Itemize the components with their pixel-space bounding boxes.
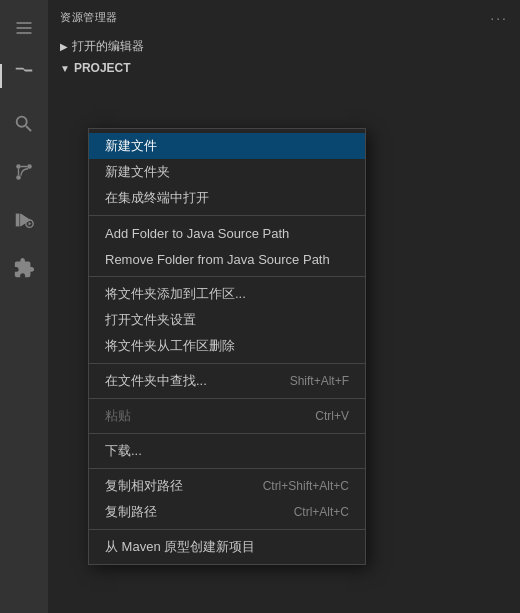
sidebar [0, 0, 48, 613]
context-menu: 新建文件新建文件夹在集成终端中打开Add Folder to Java Sour… [88, 128, 366, 565]
search-icon[interactable] [0, 100, 48, 148]
menu-item-remove-java-src[interactable]: Remove Folder from Java Source Path [89, 246, 365, 272]
menu-item-label-add-java-src: Add Folder to Java Source Path [105, 226, 289, 241]
open-editors-row[interactable]: ▶ 打开的编辑器 [48, 35, 520, 57]
menu-item-copy-relative[interactable]: 复制相对路径Ctrl+Shift+Alt+C [89, 473, 365, 499]
open-editors-label: 打开的编辑器 [72, 38, 144, 55]
project-label: PROJECT [74, 61, 131, 75]
menu-item-label-create-maven: 从 Maven 原型创建新项目 [105, 538, 255, 556]
menu-item-create-maven[interactable]: 从 Maven 原型创建新项目 [89, 534, 365, 560]
menu-separator [89, 468, 365, 469]
menu-icon[interactable] [0, 4, 48, 52]
menu-item-label-folder-settings: 打开文件夹设置 [105, 311, 196, 329]
menu-item-new-file[interactable]: 新建文件 [89, 133, 365, 159]
explorer-title: 资源管理器 [60, 10, 118, 25]
svg-point-3 [16, 175, 21, 180]
svg-rect-0 [17, 22, 32, 24]
menu-item-download[interactable]: 下载... [89, 438, 365, 464]
menu-item-label-add-workspace: 将文件夹添加到工作区... [105, 285, 246, 303]
menu-separator [89, 433, 365, 434]
menu-item-new-folder[interactable]: 新建文件夹 [89, 159, 365, 185]
menu-item-shortcut-find-in-folder: Shift+Alt+F [290, 374, 349, 388]
menu-item-label-new-file: 新建文件 [105, 137, 157, 155]
menu-item-label-paste: 粘贴 [105, 407, 131, 425]
menu-item-shortcut-copy-relative: Ctrl+Shift+Alt+C [263, 479, 349, 493]
top-bar: 资源管理器 ··· [48, 0, 520, 35]
svg-point-4 [27, 164, 32, 169]
menu-item-add-java-src[interactable]: Add Folder to Java Source Path [89, 220, 365, 246]
menu-item-label-remove-workspace: 将文件夹从工作区删除 [105, 337, 235, 355]
menu-separator [89, 215, 365, 216]
svg-rect-1 [17, 27, 32, 29]
more-actions-button[interactable]: ··· [490, 10, 508, 26]
menu-item-paste: 粘贴Ctrl+V [89, 403, 365, 429]
git-icon[interactable] [0, 148, 48, 196]
run-icon[interactable] [0, 196, 48, 244]
project-row[interactable]: ▼ PROJECT [48, 57, 520, 79]
menu-separator [89, 363, 365, 364]
menu-item-label-remove-java-src: Remove Folder from Java Source Path [105, 252, 330, 267]
menu-separator [89, 398, 365, 399]
menu-item-label-download: 下载... [105, 442, 142, 460]
svg-rect-2 [17, 32, 32, 34]
explorer-icon[interactable] [0, 52, 48, 100]
menu-separator [89, 529, 365, 530]
menu-item-label-copy-path: 复制路径 [105, 503, 157, 521]
menu-separator [89, 276, 365, 277]
menu-item-remove-workspace[interactable]: 将文件夹从工作区删除 [89, 333, 365, 359]
open-editors-arrow: ▶ [60, 41, 68, 52]
menu-item-copy-path[interactable]: 复制路径Ctrl+Alt+C [89, 499, 365, 525]
menu-item-label-copy-relative: 复制相对路径 [105, 477, 183, 495]
menu-item-folder-settings[interactable]: 打开文件夹设置 [89, 307, 365, 333]
menu-item-label-new-folder: 新建文件夹 [105, 163, 170, 181]
menu-item-open-terminal[interactable]: 在集成终端中打开 [89, 185, 365, 211]
menu-item-shortcut-copy-path: Ctrl+Alt+C [294, 505, 349, 519]
svg-rect-6 [16, 214, 20, 227]
menu-item-find-in-folder[interactable]: 在文件夹中查找...Shift+Alt+F [89, 368, 365, 394]
extensions-icon[interactable] [0, 244, 48, 292]
project-arrow: ▼ [60, 63, 70, 74]
menu-item-label-open-terminal: 在集成终端中打开 [105, 189, 209, 207]
menu-item-add-workspace[interactable]: 将文件夹添加到工作区... [89, 281, 365, 307]
menu-item-shortcut-paste: Ctrl+V [315, 409, 349, 423]
svg-point-5 [16, 164, 21, 169]
menu-item-label-find-in-folder: 在文件夹中查找... [105, 372, 207, 390]
